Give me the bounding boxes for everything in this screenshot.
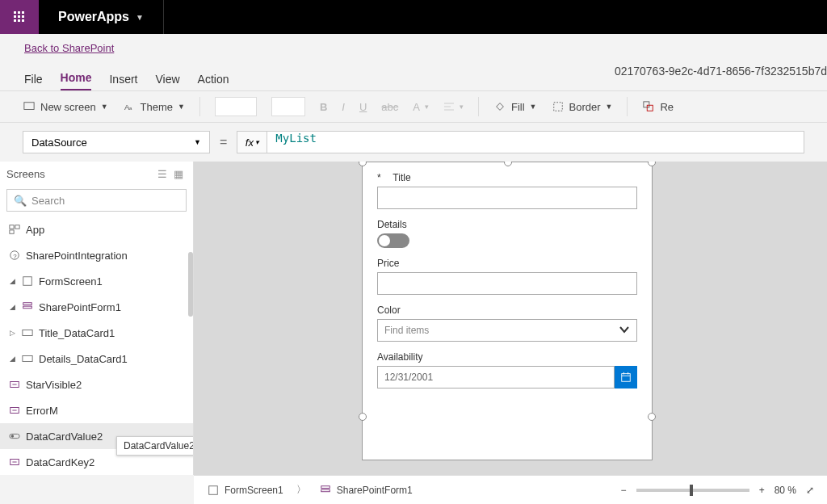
toggle-control-icon xyxy=(8,430,21,443)
svg-rect-18 xyxy=(10,225,14,229)
svg-rect-3 xyxy=(14,15,16,18)
svg-rect-9 xyxy=(24,103,34,110)
required-asterisk: * xyxy=(377,172,381,183)
label-control-icon xyxy=(8,404,21,417)
search-input[interactable]: 🔍 Search xyxy=(6,189,187,212)
details-toggle[interactable] xyxy=(377,233,409,248)
svg-point-33 xyxy=(11,435,15,438)
menu-insert[interactable]: Insert xyxy=(109,73,137,90)
menu-action[interactable]: Action xyxy=(198,73,229,90)
underline-button[interactable]: U xyxy=(359,101,367,113)
divider xyxy=(478,97,479,116)
breadcrumb-sharepointform[interactable]: SharePointForm1 xyxy=(319,484,413,497)
tree-item-sharepointform[interactable]: ◢ SharePointForm1 xyxy=(0,294,193,320)
resize-handle[interactable] xyxy=(359,413,367,421)
new-screen-button[interactable]: New screen ▼ xyxy=(23,100,108,113)
form-icon xyxy=(21,300,34,313)
price-input[interactable] xyxy=(377,272,637,295)
expand-icon[interactable]: ◢ xyxy=(8,303,16,311)
font-dropdown[interactable] xyxy=(215,97,257,116)
app-launcher-waffle-icon[interactable] xyxy=(0,0,39,34)
form-surface[interactable]: * Title Details Price Color Find items A… xyxy=(362,162,653,460)
border-button[interactable]: Border ▼ xyxy=(552,100,613,113)
svg-rect-0 xyxy=(14,11,16,14)
svg-rect-41 xyxy=(209,485,218,494)
svg-rect-43 xyxy=(321,489,330,492)
chevron-down-icon: ▼ xyxy=(136,13,144,22)
back-to-sharepoint-link[interactable]: Back to SharePoint xyxy=(24,42,114,54)
svg-rect-5 xyxy=(22,15,24,18)
menu-bar: File Home Insert View Action 02170763-9e… xyxy=(0,61,827,90)
divider xyxy=(163,0,164,34)
expand-icon[interactable]: ◢ xyxy=(8,277,16,285)
tree-item-sharepoint-integration[interactable]: ? SharePointIntegration xyxy=(0,242,193,268)
fill-button[interactable]: Fill ▼ xyxy=(493,100,537,113)
availability-date-input[interactable]: 12/31/2001 xyxy=(377,366,615,388)
thumbnail-view-icon[interactable]: ▦ xyxy=(174,168,183,180)
date-picker-button[interactable] xyxy=(615,366,637,388)
equals-label: = xyxy=(220,135,227,149)
fit-to-window-button[interactable]: ⤢ xyxy=(806,485,814,496)
divider xyxy=(199,97,200,116)
app-name: PowerApps xyxy=(58,10,129,24)
theme-button[interactable]: Aa Theme ▼ xyxy=(123,100,185,113)
list-view-icon[interactable]: ☰ xyxy=(157,168,167,180)
expand-icon[interactable]: ◢ xyxy=(8,355,16,363)
svg-rect-24 xyxy=(23,303,32,305)
panel-title: Screens xyxy=(6,168,45,180)
design-canvas[interactable]: * Title Details Price Color Find items A… xyxy=(194,162,827,475)
strikethrough-button[interactable]: abc xyxy=(381,101,398,113)
screens-panel: Screens ☰ ▦ 🔍 Search App ? SharePointInt… xyxy=(0,162,194,475)
formula-input[interactable]: MyList xyxy=(267,131,804,153)
zoom-slider[interactable] xyxy=(636,489,749,492)
tree-item-errormessage[interactable]: ErrorM xyxy=(0,397,193,423)
zoom-out-button[interactable]: − xyxy=(621,485,627,496)
formula-bar: DataSource ▼ = fx▾ MyList xyxy=(0,123,827,162)
chevron-down-icon xyxy=(619,324,630,338)
fx-button[interactable]: fx▾ xyxy=(237,131,267,153)
italic-button[interactable]: I xyxy=(342,101,345,113)
scrollbar[interactable] xyxy=(188,252,193,317)
svg-rect-37 xyxy=(622,374,631,382)
expand-icon[interactable]: ▷ xyxy=(8,329,16,337)
menu-file[interactable]: File xyxy=(24,73,43,90)
tree-item-starvisible[interactable]: StarVisible2 xyxy=(0,372,193,397)
chevron-down-icon: ▼ xyxy=(606,103,613,111)
tree-item-formscreen[interactable]: ◢ FormScreen1 xyxy=(0,268,193,294)
svg-rect-6 xyxy=(14,19,16,22)
svg-rect-15 xyxy=(553,103,562,111)
zoom-level: 80 % xyxy=(775,485,796,496)
svg-rect-8 xyxy=(22,19,24,22)
svg-text:?: ? xyxy=(13,253,17,260)
menu-home[interactable]: Home xyxy=(61,71,92,90)
zoom-in-button[interactable]: + xyxy=(759,485,765,496)
title-input[interactable] xyxy=(377,187,637,209)
app-title-dropdown[interactable]: PowerApps ▼ xyxy=(58,10,144,24)
chevron-down-icon: ▼ xyxy=(530,103,537,111)
price-field: Price xyxy=(363,248,652,295)
resize-handle[interactable] xyxy=(648,413,656,421)
availability-field: Availability 12/31/2001 xyxy=(363,342,652,388)
border-icon xyxy=(552,100,565,113)
color-select[interactable]: Find items xyxy=(377,319,637,342)
svg-rect-4 xyxy=(18,15,20,18)
menu-view[interactable]: View xyxy=(155,73,179,90)
font-color-button[interactable]: A▾ xyxy=(413,101,429,113)
tree-item-details-datacard[interactable]: ◢ Details_DataCard1 xyxy=(0,346,193,372)
breadcrumb-formscreen[interactable]: FormScreen1 xyxy=(207,484,283,497)
label-control-icon xyxy=(8,456,21,468)
resize-handle[interactable] xyxy=(648,162,656,166)
align-button[interactable]: ▾ xyxy=(443,101,464,112)
card-icon xyxy=(21,326,34,339)
info-icon: ? xyxy=(8,249,21,262)
app-icon xyxy=(8,223,21,236)
bold-button[interactable]: B xyxy=(320,101,327,113)
font-size-dropdown[interactable] xyxy=(271,97,305,116)
tree-item-title-datacard[interactable]: ▷ Title_DataCard1 xyxy=(0,320,193,346)
reorder-button[interactable]: Re xyxy=(642,100,674,113)
document-id: 02170763-9e2c-4d71-8656-7f3232515b7d xyxy=(615,65,827,78)
svg-rect-27 xyxy=(23,356,32,362)
property-dropdown[interactable]: DataSource ▼ xyxy=(23,131,210,153)
tree-item-app[interactable]: App xyxy=(0,216,193,242)
svg-rect-23 xyxy=(23,277,32,286)
